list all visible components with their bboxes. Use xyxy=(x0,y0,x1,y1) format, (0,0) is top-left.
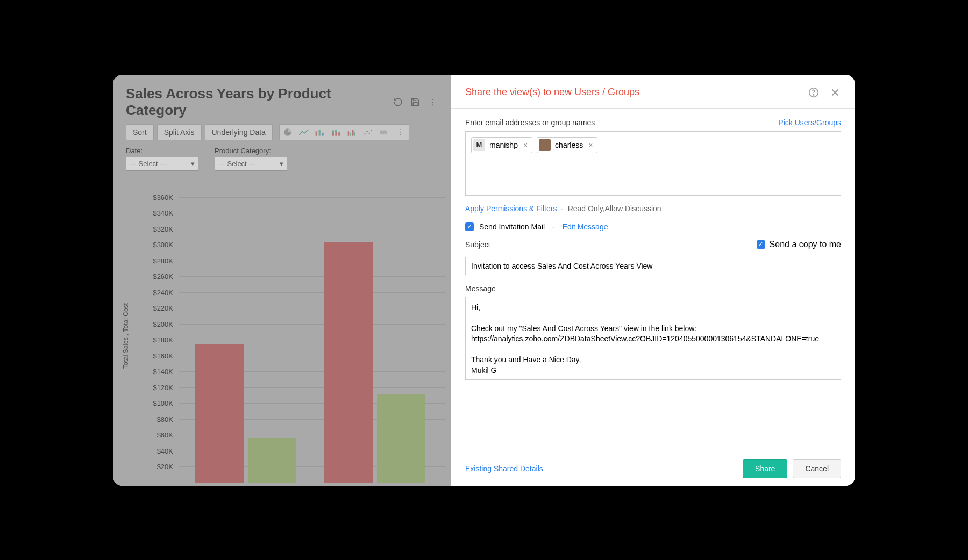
message-textarea[interactable] xyxy=(465,297,841,380)
separator: - xyxy=(550,222,557,231)
scatter-chart-icon[interactable] xyxy=(361,126,375,138)
permissions-value: Read Only,Allow Discussion xyxy=(568,204,661,213)
page-title: Sales Across Years by Product Category xyxy=(126,85,392,119)
map-chart-icon[interactable] xyxy=(378,126,392,138)
apply-permissions-link[interactable]: Apply Permissions & Filters xyxy=(465,204,557,213)
edit-message-link[interactable]: Edit Message xyxy=(563,222,608,231)
cancel-button[interactable]: Cancel xyxy=(793,459,841,478)
chart-bar xyxy=(248,438,296,483)
y-tick-label: $300K xyxy=(153,241,173,249)
dialog-title: Share the view(s) to new Users / Groups xyxy=(465,87,808,98)
svg-rect-8 xyxy=(332,130,333,132)
svg-point-20 xyxy=(371,130,372,131)
message-label: Message xyxy=(465,284,496,293)
more-icon[interactable] xyxy=(426,96,438,108)
svg-rect-15 xyxy=(352,130,354,135)
y-tick-label: $320K xyxy=(153,225,173,233)
y-tick-label: $220K xyxy=(153,304,173,312)
svg-point-18 xyxy=(366,131,368,132)
remove-token-icon[interactable]: × xyxy=(522,141,529,149)
recipient-name: manishp xyxy=(489,141,518,149)
sort-button[interactable]: Sort xyxy=(126,124,154,140)
chart-plot: Total Sales , Total Cost $360K$340K$320K… xyxy=(126,182,451,483)
y-tick-label: $20K xyxy=(157,463,173,471)
chevron-down-icon: ▾ xyxy=(280,160,283,168)
avatar: M xyxy=(473,139,485,151)
svg-rect-5 xyxy=(318,130,320,136)
svg-point-19 xyxy=(368,132,370,134)
close-icon[interactable] xyxy=(829,87,841,98)
svg-point-21 xyxy=(400,129,401,130)
line-chart-icon[interactable] xyxy=(297,126,311,138)
recipient-token: Mmanishp× xyxy=(471,137,532,153)
share-button[interactable]: Share xyxy=(743,459,787,478)
pick-users-link[interactable]: Pick Users/Groups xyxy=(778,118,841,127)
y-tick-label: $120K xyxy=(153,383,173,391)
chevron-down-icon: ▾ xyxy=(191,160,195,168)
svg-rect-4 xyxy=(316,131,317,135)
save-icon[interactable] xyxy=(409,96,421,108)
grouped-bar-icon[interactable] xyxy=(345,126,359,138)
send-copy-label: Send a copy to me xyxy=(770,240,841,249)
underlying-data-button[interactable]: Underlying Data xyxy=(205,124,273,140)
svg-rect-12 xyxy=(338,132,340,133)
recipients-input[interactable]: Mmanishp×charless× xyxy=(465,131,841,196)
bar-chart-icon[interactable] xyxy=(313,126,327,138)
subject-label: Subject xyxy=(465,240,490,249)
send-invite-checkbox[interactable]: ✓ xyxy=(465,222,474,231)
recipient-name: charless xyxy=(555,141,583,149)
y-tick-label: $40K xyxy=(157,447,173,455)
svg-rect-6 xyxy=(322,132,323,135)
y-tick-label: $340K xyxy=(153,209,173,217)
svg-rect-10 xyxy=(335,130,337,132)
split-axis-button[interactable]: Split Axis xyxy=(157,124,202,140)
y-tick-label: $360K xyxy=(153,193,173,201)
y-tick-label: $100K xyxy=(153,399,173,407)
send-copy-checkbox[interactable]: ✓ xyxy=(757,240,765,249)
y-tick-label: $240K xyxy=(153,288,173,296)
stacked-bar-icon[interactable] xyxy=(329,126,343,138)
chart-bar xyxy=(377,394,425,483)
y-tick-label: $80K xyxy=(157,415,173,423)
svg-point-2 xyxy=(432,104,433,105)
svg-rect-16 xyxy=(354,132,355,136)
svg-point-1 xyxy=(432,101,433,102)
refresh-icon[interactable] xyxy=(392,96,404,108)
svg-rect-13 xyxy=(348,131,350,135)
svg-point-0 xyxy=(432,98,433,99)
date-filter-label: Date: xyxy=(126,147,198,155)
date-filter-select[interactable]: --- Select --- ▾ xyxy=(126,157,198,171)
y-tick-label: $160K xyxy=(153,351,173,360)
y-axis-title: Total Sales , Total Cost xyxy=(122,303,130,369)
recipient-token: charless× xyxy=(537,137,597,153)
help-icon[interactable] xyxy=(808,87,820,98)
svg-point-22 xyxy=(400,132,401,133)
email-label: Enter email addresses or group names xyxy=(465,118,595,127)
category-filter-label: Product Category: xyxy=(215,147,287,155)
category-filter-select[interactable]: --- Select --- ▾ xyxy=(215,157,287,171)
svg-point-25 xyxy=(813,94,814,95)
category-filter-value: --- Select --- xyxy=(218,160,255,168)
separator: - xyxy=(559,204,565,213)
more-charts-icon[interactable] xyxy=(394,126,408,138)
chart-bar xyxy=(324,242,373,483)
avatar xyxy=(539,139,551,151)
svg-point-17 xyxy=(364,133,366,135)
y-tick-label: $260K xyxy=(153,272,173,281)
date-filter-value: --- Select --- xyxy=(130,160,167,168)
svg-rect-14 xyxy=(350,132,351,135)
y-tick-label: $180K xyxy=(153,336,173,344)
y-tick-label: $280K xyxy=(153,256,173,264)
pie-chart-icon[interactable] xyxy=(281,126,295,138)
y-tick-label: $200K xyxy=(153,320,173,328)
chart-bar xyxy=(195,344,244,483)
subject-input[interactable] xyxy=(465,257,841,275)
svg-point-23 xyxy=(400,134,401,135)
y-tick-label: $140K xyxy=(153,368,173,376)
send-invite-label: Send Invitation Mail xyxy=(479,222,545,231)
existing-shared-link[interactable]: Existing Shared Details xyxy=(465,464,737,473)
remove-token-icon[interactable]: × xyxy=(587,141,594,149)
y-tick-label: $60K xyxy=(157,431,173,439)
